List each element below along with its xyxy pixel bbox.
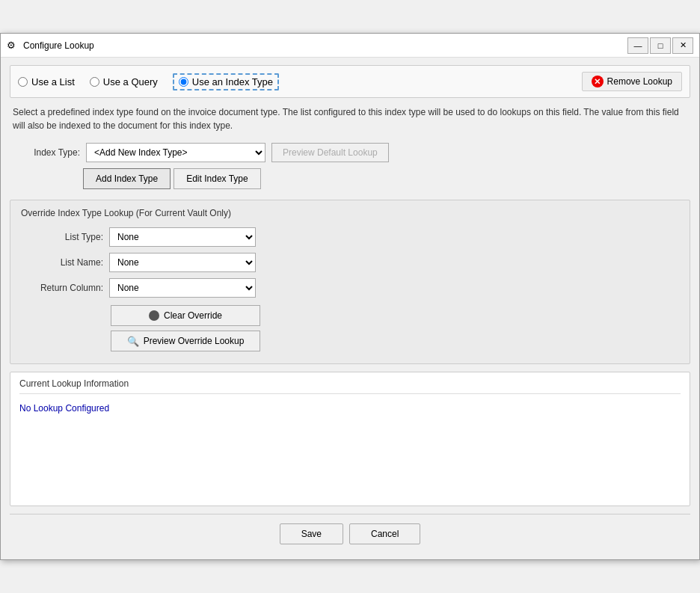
description-text: Select a predefined index type found on … bbox=[10, 105, 690, 132]
radio-use-list[interactable]: Use a List bbox=[18, 73, 75, 90]
app-icon: ⚙ bbox=[7, 40, 19, 52]
search-icon: 🔍 bbox=[127, 336, 139, 347]
save-button[interactable]: Save bbox=[280, 523, 343, 544]
override-buttons: Clear Override 🔍 Preview Override Lookup bbox=[21, 305, 679, 351]
add-index-type-button[interactable]: Add Index Type bbox=[83, 168, 171, 189]
configure-lookup-window: ⚙ Configure Lookup — □ ✕ Use a List Use … bbox=[0, 33, 700, 560]
window-controls: — □ ✕ bbox=[627, 37, 693, 54]
remove-lookup-label: Remove Lookup bbox=[607, 76, 672, 87]
radio-bar: Use a List Use a Query Use an Index Type… bbox=[10, 65, 690, 98]
return-column-row: Return Column: None bbox=[21, 278, 679, 298]
remove-lookup-button[interactable]: ✕ Remove Lookup bbox=[582, 72, 682, 91]
index-type-dropdown[interactable]: <Add New Index Type> bbox=[86, 143, 265, 162]
radio-use-index-type[interactable]: Use an Index Type bbox=[173, 73, 279, 90]
list-name-label: List Name: bbox=[21, 257, 103, 268]
radio-use-query-label: Use a Query bbox=[103, 76, 158, 87]
window-title: Configure Lookup bbox=[23, 40, 627, 51]
footer: Save Cancel bbox=[10, 514, 690, 552]
radio-use-list-label: Use a List bbox=[31, 76, 75, 87]
minimize-button[interactable]: — bbox=[627, 37, 648, 54]
index-type-label: Index Type: bbox=[13, 147, 80, 158]
window-content: Use a List Use a Query Use an Index Type… bbox=[1, 58, 699, 559]
add-edit-button-row: Add Index Type Edit Index Type bbox=[10, 168, 690, 189]
list-type-dropdown[interactable]: None bbox=[109, 227, 256, 247]
preview-default-lookup-button[interactable]: Preview Default Lookup bbox=[271, 143, 389, 162]
list-type-row: List Type: None bbox=[21, 227, 679, 247]
list-name-dropdown[interactable]: None bbox=[109, 253, 256, 272]
radio-use-index-type-label: Use an Index Type bbox=[192, 76, 273, 87]
index-type-row: Index Type: <Add New Index Type> Preview… bbox=[10, 143, 690, 162]
maximize-button[interactable]: □ bbox=[650, 37, 671, 54]
return-column-label: Return Column: bbox=[21, 283, 103, 293]
radio-use-query[interactable]: Use a Query bbox=[90, 73, 158, 90]
remove-icon: ✕ bbox=[592, 76, 604, 87]
cancel-button[interactable]: Cancel bbox=[349, 523, 420, 544]
list-type-label: List Type: bbox=[21, 232, 103, 242]
radio-use-list-input[interactable] bbox=[18, 77, 28, 87]
clear-override-button[interactable]: Clear Override bbox=[111, 305, 260, 326]
override-section: Override Index Type Lookup (For Current … bbox=[10, 200, 690, 364]
current-lookup-section: Current Lookup Information No Lookup Con… bbox=[10, 372, 690, 506]
radio-use-index-type-input[interactable] bbox=[179, 77, 188, 87]
circle-icon bbox=[149, 310, 159, 321]
return-column-dropdown[interactable]: None bbox=[109, 278, 256, 298]
list-name-row: List Name: None bbox=[21, 253, 679, 272]
override-section-title: Override Index Type Lookup (For Current … bbox=[21, 208, 679, 218]
radio-use-query-input[interactable] bbox=[90, 77, 99, 87]
close-button[interactable]: ✕ bbox=[672, 37, 693, 54]
edit-index-type-button[interactable]: Edit Index Type bbox=[174, 168, 261, 189]
radio-group: Use a List Use a Query Use an Index Type bbox=[18, 73, 582, 90]
preview-override-lookup-button[interactable]: 🔍 Preview Override Lookup bbox=[111, 331, 260, 351]
no-lookup-text: No Lookup Configured bbox=[19, 400, 681, 417]
current-lookup-title: Current Lookup Information bbox=[19, 378, 681, 394]
titlebar: ⚙ Configure Lookup — □ ✕ bbox=[1, 34, 699, 58]
